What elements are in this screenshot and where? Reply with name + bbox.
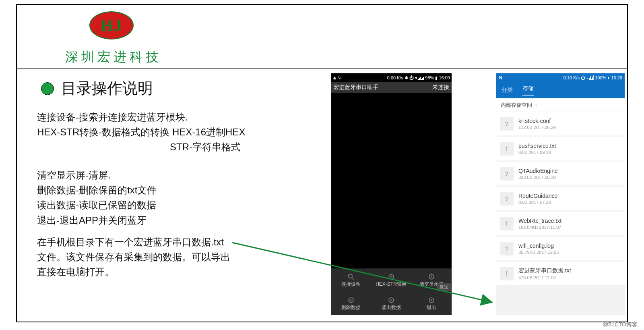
- send-button[interactable]: 发送: [437, 283, 451, 291]
- header: HJ 深圳宏进科技: [17, 5, 627, 69]
- tab-bar: 分类 存储: [496, 82, 625, 98]
- file-type-icon: ?: [500, 242, 514, 255]
- menu-label: 退出: [427, 304, 436, 311]
- file-meta: 0.0B 2017.09.18: [518, 150, 556, 155]
- phone-screenshot-app: ♣ N 0.00 K/s ✱ ⏻ ▾◢◢ 98% ▮ 16:09 宏进蓝牙串口助…: [331, 73, 452, 315]
- menu-label: HEX-STR转换: [376, 281, 407, 288]
- status-right: 0.00 K/s ✱ ⏻ ▾◢◢ 98% ▮ 16:09: [387, 75, 450, 81]
- bullet-icon: [41, 82, 54, 95]
- svg-point-11: [431, 299, 432, 301]
- slide-frame: HJ 深圳宏进科技 目录操作说明 连接设备-搜索并连接宏进蓝牙模块. HEX-S…: [16, 4, 628, 322]
- file-name: 宏进蓝牙串口数据.txt: [518, 267, 571, 274]
- target-icon: [387, 273, 395, 281]
- file-name: QTAudioEngine: [518, 168, 558, 174]
- company-name: 深圳宏进科技: [65, 48, 162, 66]
- file-type-icon: ?: [500, 192, 514, 205]
- file-type-icon: ?: [500, 167, 514, 181]
- svg-point-0: [348, 274, 352, 278]
- target-icon: [387, 296, 395, 304]
- file-type-icon: T: [500, 142, 514, 156]
- logo-letters: HJ: [100, 16, 122, 35]
- text-line: 直接在电脑打开。: [37, 264, 250, 279]
- menu-label: 读出数据: [382, 304, 401, 311]
- svg-point-7: [350, 299, 351, 301]
- svg-point-5: [431, 276, 432, 277]
- path-label: 内部存储空间: [501, 102, 532, 109]
- svg-point-3: [390, 276, 392, 277]
- file-meta: 476.0B 2017.12.04: [518, 275, 571, 280]
- file-meta: 112.0B 2017.06.29: [518, 125, 556, 130]
- list-item[interactable]: ? kr-stock-conf 112.0B 2017.06.29: [496, 112, 625, 135]
- list-item[interactable]: T pushservice.txt 0.0B 2017.09.18: [496, 137, 625, 160]
- file-meta: 35.79KB 2017.12.05: [518, 250, 559, 255]
- file-name: RouteGuidance: [518, 193, 557, 199]
- file-name: kr-stock-conf: [518, 118, 556, 124]
- paragraph-1: 连接设备-搜索并连接宏进蓝牙模块. HEX-STR转换-数据格式的转换 HEX-…: [37, 110, 303, 155]
- file-type-icon: ?: [500, 117, 514, 131]
- target-icon: [347, 296, 355, 304]
- text-line: 连接设备-搜索并连接宏进蓝牙模块.: [37, 110, 303, 125]
- terminal-area: [331, 93, 452, 268]
- section-title-row: 目录操作说明: [41, 78, 153, 99]
- status-left: ♣ N: [333, 75, 341, 80]
- hj-logo-icon: HJ: [89, 11, 134, 39]
- search-icon: [347, 273, 355, 281]
- menu-read-data[interactable]: 读出数据: [371, 292, 411, 315]
- file-meta: 162.04KB 2017.11.07: [518, 225, 561, 230]
- file-name: pushservice.txt: [518, 143, 556, 149]
- status-bar: ♣ N 0.00 K/s ✱ ⏻ ▾◢◢ 98% ▮ 16:09: [331, 73, 452, 82]
- svg-line-1: [352, 278, 353, 280]
- target-icon: [427, 296, 436, 304]
- app-title-bar: 宏进蓝牙串口助手 未连接: [331, 82, 452, 93]
- file-type-icon: T: [500, 217, 514, 230]
- status-right: 0.10 K/s ⏻ ▾◢◢ 100% ▮ 16:26: [564, 75, 622, 80]
- app-menu-grid: 连接设备 HEX-STR转换 清空显示屏 删除数据 读出数据: [331, 268, 452, 315]
- menu-connect-device[interactable]: 连接设备: [331, 268, 371, 292]
- text-line: HEX-STR转换-数据格式的转换 HEX-16进制HEX: [37, 125, 303, 139]
- target-icon: [427, 273, 436, 281]
- file-type-icon: T: [500, 267, 514, 280]
- file-meta: 328.0B 2017.06.30: [518, 175, 558, 180]
- text-line: 退出-退出APP并关闭蓝牙: [37, 213, 157, 228]
- menu-delete-data[interactable]: 删除数据: [331, 292, 371, 315]
- file-name: WebRtc_trace.txt: [518, 218, 561, 224]
- menu-hex-str[interactable]: HEX-STR转换: [371, 268, 411, 292]
- list-item[interactable]: T 宏进蓝牙串口数据.txt 476.0B 2017.12.04: [496, 262, 625, 285]
- file-meta: 0.0B 2017.07.28: [518, 200, 557, 205]
- menu-exit[interactable]: 退出: [411, 292, 452, 315]
- list-item[interactable]: ? QTAudioEngine 328.0B 2017.06.30: [496, 162, 625, 185]
- text-line: STR-字符串格式: [170, 139, 303, 154]
- chevron-right-icon: ›: [535, 102, 537, 108]
- list-item[interactable]: T WebRtc_trace.txt 162.04KB 2017.11.07: [496, 212, 625, 235]
- paragraph-2: 清空显示屏-清屏. 删除数据-删除保留的txt文件 读出数据-读取已保留的数据 …: [37, 168, 157, 228]
- phone-screenshot-files: N 0.10 K/s ⏻ ▾◢◢ 100% ▮ 16:26 分类 存储 内部存储…: [496, 73, 625, 315]
- text-line: 读出数据-读取已保留的数据: [37, 197, 157, 212]
- list-item[interactable]: ? RouteGuidance 0.0B 2017.07.28: [496, 187, 625, 210]
- tab-category[interactable]: 分类: [502, 87, 513, 94]
- text-line: 清空显示屏-清屏.: [37, 168, 157, 183]
- file-name: wifi_config.log: [518, 243, 559, 249]
- svg-point-9: [390, 299, 392, 301]
- text-line: 文件。该文件保存有采集到的数据。可以导出: [37, 249, 250, 264]
- section-title: 目录操作说明: [61, 78, 153, 99]
- paragraph-3: 在手机根目录下有一个宏进蓝牙串口数据.txt 文件。该文件保存有采集到的数据。可…: [37, 235, 250, 280]
- tab-storage[interactable]: 存储: [522, 85, 534, 95]
- watermark: @51CTO博客: [603, 321, 638, 328]
- file-list: ? kr-stock-conf 112.0B 2017.06.29 T push…: [496, 112, 625, 285]
- body: 目录操作说明 连接设备-搜索并连接宏进蓝牙模块. HEX-STR转换-数据格式的…: [17, 69, 627, 322]
- app-connection-status: 未连接: [432, 84, 449, 91]
- text-line: 删除数据-删除保留的txt文件: [37, 183, 157, 197]
- status-left: N: [499, 75, 502, 80]
- menu-label: 连接设备: [341, 281, 361, 288]
- breadcrumb[interactable]: 内部存储空间 ›: [496, 98, 625, 112]
- logo: HJ: [89, 11, 134, 43]
- list-item[interactable]: ? wifi_config.log 35.79KB 2017.12.05: [496, 237, 625, 260]
- text-line: 在手机根目录下有一个宏进蓝牙串口数据.txt: [37, 235, 250, 249]
- app-title: 宏进蓝牙串口助手: [333, 84, 378, 91]
- status-bar: N 0.10 K/s ⏻ ▾◢◢ 100% ▮ 16:26: [496, 73, 625, 82]
- menu-label: 删除数据: [341, 304, 361, 311]
